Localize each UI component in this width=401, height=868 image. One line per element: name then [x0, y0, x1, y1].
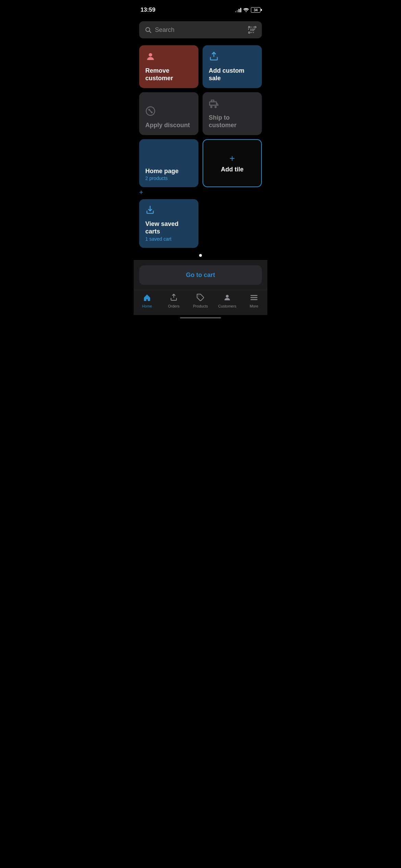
person-icon [145, 51, 192, 63]
search-container: Search [134, 17, 267, 43]
svg-rect-4 [255, 26, 256, 28]
remove-customer-label: Remove customer [145, 67, 192, 82]
add-tile-plus-icon: + [229, 154, 235, 163]
tile-view-saved-carts[interactable]: View saved carts 1 saved cart [139, 199, 198, 248]
tile-add-custom-sale[interactable]: Add custom sale [203, 45, 262, 88]
home-page-label: Home page [145, 168, 192, 175]
ship-icon [209, 98, 256, 110]
tile-add-tile[interactable]: + Add tile [203, 139, 262, 187]
add-tile-row-plus: + [134, 189, 267, 196]
svg-rect-21 [211, 100, 214, 102]
svg-rect-20 [210, 102, 217, 105]
nav-more[interactable]: More [244, 293, 264, 308]
ship-to-customer-label: Ship to customer [209, 114, 256, 129]
nav-orders-label: Orders [168, 304, 180, 308]
status-bar: 13:59 34 [134, 0, 267, 17]
svg-line-2 [149, 31, 151, 33]
saved-carts-row: View saved carts 1 saved cart [134, 199, 267, 250]
upload-icon [209, 51, 256, 63]
nav-products-label: Products [193, 304, 208, 308]
add-custom-sale-label: Add custom sale [209, 67, 256, 82]
svg-point-18 [149, 109, 150, 110]
battery-icon: 34 [251, 7, 260, 13]
tile-home-page[interactable]: Home page 2 products [139, 139, 198, 187]
nav-home-label: Home [142, 304, 152, 308]
wifi-icon [243, 8, 249, 12]
orders-icon [170, 293, 178, 303]
pagination [134, 251, 267, 260]
tile-apply-discount[interactable]: Apply discount [139, 92, 198, 135]
bottom-nav: Home Orders Products Customers [134, 290, 267, 315]
tile-ship-to-customer[interactable]: Ship to customer [203, 92, 262, 135]
svg-point-25 [226, 295, 229, 298]
nav-customers[interactable]: Customers [217, 293, 238, 308]
download-icon [145, 205, 192, 216]
svg-point-22 [211, 106, 212, 108]
home-page-sublabel: 2 products [145, 176, 192, 181]
products-icon [196, 293, 205, 303]
home-indicator [134, 315, 267, 321]
search-icon [145, 26, 151, 33]
nav-orders[interactable]: Orders [163, 293, 184, 308]
svg-point-19 [151, 112, 153, 113]
search-bar[interactable]: Search [139, 21, 262, 38]
tiles-grid: Remove customer Add custom sale Apply di… [134, 43, 267, 190]
svg-point-15 [149, 53, 152, 57]
more-icon [250, 293, 258, 303]
go-to-cart-button[interactable]: Go to cart [139, 265, 262, 285]
go-to-cart-container: Go to cart [134, 261, 267, 290]
home-icon [143, 293, 151, 303]
add-tile-label: Add tile [221, 166, 244, 173]
nav-products[interactable]: Products [190, 293, 211, 308]
svg-rect-5 [248, 32, 250, 33]
home-bar [180, 317, 221, 318]
view-saved-carts-sublabel: 1 saved cart [145, 236, 192, 242]
search-placeholder: Search [155, 26, 174, 34]
pagination-dot [199, 254, 202, 257]
nav-more-label: More [250, 304, 258, 308]
status-icons: 34 [235, 7, 260, 13]
status-time: 13:59 [141, 7, 155, 13]
nav-customers-label: Customers [218, 304, 236, 308]
nav-home[interactable]: Home [137, 293, 157, 308]
tile-remove-customer[interactable]: Remove customer [139, 45, 198, 88]
discount-icon [145, 106, 192, 118]
barcode-icon[interactable] [248, 26, 256, 34]
svg-rect-3 [248, 26, 250, 28]
apply-discount-label: Apply discount [145, 122, 192, 129]
view-saved-carts-label: View saved carts [145, 220, 192, 235]
customers-icon [223, 293, 231, 303]
svg-point-0 [246, 11, 247, 12]
svg-point-23 [215, 106, 216, 108]
signal-icon [235, 8, 241, 12]
